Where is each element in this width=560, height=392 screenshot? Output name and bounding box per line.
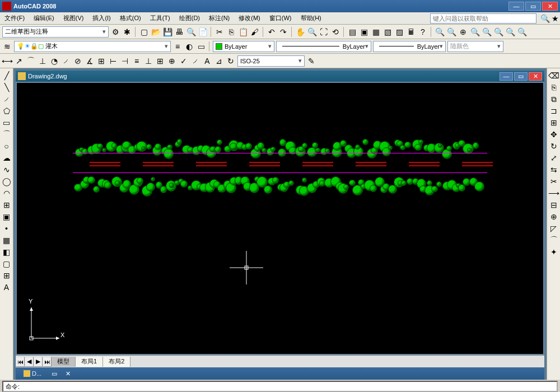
zoom-prev-icon[interactable]: ⟲ [330,27,340,37]
doc-close-button[interactable]: ✕ [529,72,542,81]
tab-first-button[interactable]: ⏮ [16,357,25,367]
polyline-icon[interactable]: ⟋ [2,94,12,104]
dimedit-icon[interactable]: A [202,56,212,66]
plot-preview-icon[interactable]: 🔍 [186,27,196,37]
chamfer-icon[interactable]: ◸ [549,223,559,234]
dim-linear-icon[interactable]: ⟷ [2,56,12,66]
join-icon[interactable]: ⊕ [549,212,559,222]
zoom-scale-icon[interactable]: 🔍 [505,27,515,37]
dim-angular-icon[interactable]: ∡ [85,56,95,66]
dim-ordinate-icon[interactable]: ⊥ [38,56,48,66]
layer-iso-icon[interactable]: ▭ [196,41,206,52]
pan-icon[interactable]: ✋ [295,27,305,37]
tab-layout1[interactable]: 布局1 [76,357,103,367]
command-line[interactable]: 命令: [2,381,558,392]
dimstyle-manager-icon[interactable]: ✎ [306,56,316,66]
open-icon[interactable]: 📂 [151,27,161,37]
zoom-extents-icon[interactable]: ⊕ [458,27,468,37]
menu-window[interactable]: 窗口(W) [265,13,296,24]
move-icon[interactable]: ✥ [549,129,559,139]
layer-states-icon[interactable]: ≡ [172,41,183,52]
region-icon[interactable]: ▢ [2,259,12,269]
menu-edit[interactable]: 编辑(E) [29,13,59,24]
menu-modify[interactable]: 修改(M) [234,13,265,24]
tab-model[interactable]: 模型 [52,357,76,367]
help-search-input[interactable] [430,13,536,24]
dim-continue-icon[interactable]: ⊣ [120,56,130,66]
tab-prev-button[interactable]: ◀ [25,357,34,367]
publish-icon[interactable]: 📄 [198,27,208,37]
menu-dimension[interactable]: 标注(N) [204,13,234,24]
centermark-icon[interactable]: ⊕ [167,56,177,66]
linetype-dropdown[interactable]: ByLayer [276,41,371,52]
dim-break-icon[interactable]: ⊥ [143,56,153,66]
inspect-icon[interactable]: ✓ [179,56,189,66]
zoom-realtime-icon[interactable]: 🔍 [307,27,317,37]
doc-maximize-button[interactable]: ▭ [514,72,528,81]
redo-icon[interactable]: ↷ [278,27,288,37]
dimstyle-dropdown[interactable]: ISO-25 [237,55,305,67]
point-icon[interactable]: • [2,223,12,234]
array-icon[interactable]: ⊞ [549,118,559,128]
matchprop-icon[interactable]: 🖌 [250,27,260,37]
circle-icon[interactable]: ○ [2,141,12,151]
hatch-icon[interactable]: ▦ [2,235,12,245]
line-icon[interactable]: ╱ [2,71,12,81]
tab-next-button[interactable]: ▶ [34,357,43,367]
paste-icon[interactable]: 📋 [238,27,248,37]
sheetset-icon[interactable]: ▧ [382,27,393,37]
maximize-button[interactable]: ▭ [525,2,541,11]
zoom-all-icon[interactable]: 🔍 [470,27,480,37]
toolpalettes-icon[interactable]: ▦ [371,27,381,37]
dsviewer-icon[interactable]: ▣ [359,27,369,37]
menu-draw[interactable]: 绘图(D) [175,13,204,24]
markup-icon[interactable]: ▨ [394,27,404,37]
offset-icon[interactable]: ⊐ [549,106,559,116]
docbar-max-button[interactable]: ▭ [48,369,60,378]
copy-obj-icon[interactable]: ⎘ [549,82,559,92]
erase-icon[interactable]: ⌫ [549,71,559,81]
cut-icon[interactable]: ✂ [214,27,225,37]
search-icon[interactable]: 🔍 [540,13,550,24]
tab-last-button[interactable]: ⏭ [43,357,52,367]
stretch-icon[interactable]: ⇆ [549,165,559,175]
zoom-in-icon[interactable]: 🔍 [435,27,445,37]
zoom-out-icon[interactable]: 🔍 [446,27,456,37]
break-icon[interactable]: ⊟ [549,200,559,210]
jogline-icon[interactable]: ⟋ [190,56,200,66]
tab-layout2[interactable]: 布局2 [103,357,130,367]
zoom-dynamic-icon[interactable]: 🔍 [517,27,527,37]
dim-arc-icon[interactable]: ⌒ [26,56,36,66]
minimize-button[interactable]: — [508,2,524,11]
revcloud-icon[interactable]: ☁ [2,153,12,163]
spline-icon[interactable]: ∿ [2,165,12,175]
docbar-close-button[interactable]: ✕ [62,369,74,378]
rotate-icon[interactable]: ↻ [549,141,559,151]
copy-icon[interactable]: ⎘ [226,27,236,37]
insert-block-icon[interactable]: ⊞ [2,200,12,210]
layer-dropdown[interactable]: 💡☀🔒▢ 灌木 [14,41,171,52]
table-icon[interactable]: ⊞ [2,270,12,281]
menu-tools[interactable]: 工具(T) [146,13,175,24]
menu-file[interactable]: 文件(F) [0,13,29,24]
save-icon[interactable]: 💾 [162,27,172,37]
color-dropdown[interactable]: ByLayer [213,41,274,52]
dim-jogged-icon[interactable]: ⟋ [61,56,71,66]
tolerance-icon[interactable]: ⊞ [155,56,165,66]
rectangle-icon[interactable]: ▭ [2,118,12,128]
layer-prev-icon[interactable]: ◐ [184,41,194,52]
mtext-icon[interactable]: A [2,282,12,292]
workspace-dropdown[interactable]: 二维草图与注释 [2,26,109,38]
zoom-object-icon[interactable]: 🔍 [493,27,503,37]
menu-insert[interactable]: 插入(I) [88,13,115,24]
xline-icon[interactable]: ╲ [2,82,12,92]
mirror-icon[interactable]: ⧉ [549,94,559,104]
trim-icon[interactable]: ✂ [549,176,559,186]
lineweight-dropdown[interactable]: ByLayer [373,41,446,52]
zoom-window-icon[interactable]: ⛶ [319,27,329,37]
dimupdate-icon[interactable]: ↻ [226,56,236,66]
dimtedit-icon[interactable]: ⊿ [214,56,224,66]
gear-icon[interactable]: ⚙ [110,27,120,37]
polygon-icon[interactable]: ⬠ [2,106,12,116]
dim-space-icon[interactable]: ≡ [132,56,142,66]
